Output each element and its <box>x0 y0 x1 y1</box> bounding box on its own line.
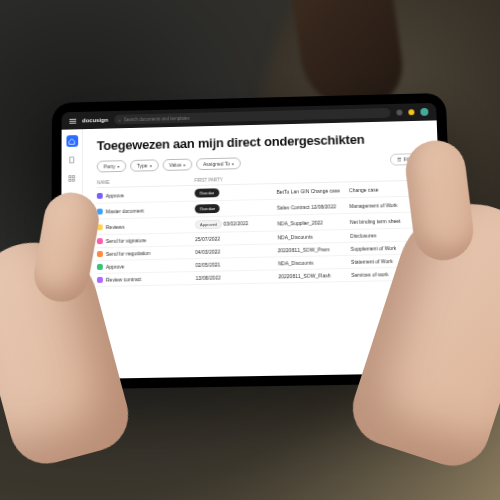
row-doc: Sales Contract 12/08/2022 <box>277 203 350 211</box>
color-swatch <box>97 238 103 244</box>
row-name: Approve <box>106 263 125 269</box>
status-badge: Approved <box>195 220 222 229</box>
svg-rect-1 <box>69 175 71 177</box>
search-icon: ⌕ <box>118 117 121 122</box>
row-name: Review contract <box>106 276 141 283</box>
color-swatch <box>97 277 103 283</box>
row-doc: 20220811_SOW_Prem <box>278 246 351 253</box>
grid-icon <box>68 174 75 181</box>
filter-bar: Party▾ Type▾ Value▾ Assigned To▾ ☰Filter… <box>97 153 425 172</box>
row-doc: BetTo Lan GIN Change case <box>276 187 349 195</box>
chevron-down-icon: ▾ <box>117 164 119 169</box>
color-swatch <box>97 264 103 270</box>
svg-rect-0 <box>70 157 74 163</box>
filter-party[interactable]: Party▾ <box>97 160 126 172</box>
sidebar-item-templates[interactable] <box>66 172 78 184</box>
col-name[interactable]: NAME <box>97 178 195 185</box>
col-c <box>276 174 348 181</box>
chevron-down-icon: ▾ <box>183 162 185 167</box>
row-doc: NDA_Discounts <box>277 233 350 241</box>
row-date: 13/08/2022 <box>196 273 279 281</box>
status-badge: Overdue <box>195 188 220 197</box>
sidebar-item-documents[interactable] <box>66 153 78 165</box>
filter-assigned[interactable]: Assigned To▾ <box>196 157 241 170</box>
row-name: Send for negotiation <box>106 250 150 257</box>
svg-rect-2 <box>72 175 74 177</box>
menu-icon[interactable] <box>69 117 76 124</box>
brand-logo: docusign <box>82 117 108 123</box>
filter-type[interactable]: Type▾ <box>130 159 158 171</box>
row-doc: NDA_Discounts <box>278 259 351 266</box>
row-date: 04/03/2022 <box>195 247 278 255</box>
filter-value[interactable]: Value▾ <box>162 159 192 171</box>
color-swatch <box>97 251 103 257</box>
svg-rect-3 <box>69 179 71 181</box>
row-doc: NDA_Supplier_2022 <box>277 218 350 226</box>
col-party[interactable]: FIRST PARTY <box>194 176 276 183</box>
row-date: 02/05/2021 <box>195 260 278 268</box>
color-swatch <box>97 192 103 198</box>
chevron-down-icon: ▾ <box>232 161 234 166</box>
row-name: Master document <box>106 207 144 214</box>
avatar[interactable] <box>420 108 428 116</box>
row-date: 03/02/2022 <box>223 220 248 226</box>
status-badge: Overdue <box>195 204 220 213</box>
svg-rect-4 <box>72 179 74 181</box>
document-icon <box>68 156 75 163</box>
home-icon <box>68 138 75 145</box>
row-name: Approve <box>106 192 124 198</box>
notification-icon[interactable] <box>396 110 402 116</box>
status-dot[interactable] <box>408 109 414 115</box>
row-name: Reviews <box>106 223 125 229</box>
page-title: Toegewezen aan mijn direct ondergeschikt… <box>97 131 424 154</box>
filter-icon: ☰ <box>397 157 401 163</box>
sidebar-item-home[interactable] <box>66 135 78 147</box>
chevron-down-icon: ▾ <box>149 163 151 168</box>
search-placeholder: Search documents and templates <box>124 115 190 121</box>
assignments-table: NAME FIRST PARTY Approve Overdue BetTo L… <box>97 171 429 287</box>
row-doc: 20220811_SOW_Flash <box>278 272 351 279</box>
row-name: Send for signature <box>106 237 147 244</box>
row-date: 25/07/2022 <box>195 234 277 242</box>
